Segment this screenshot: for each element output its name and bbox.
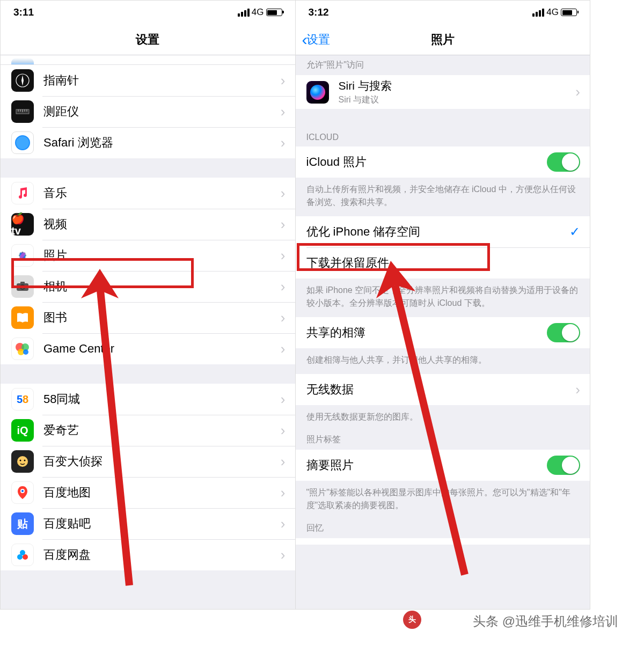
cell-label: 照片 — [43, 247, 281, 263]
page-title: 设置 — [136, 32, 159, 48]
cell-label: iCloud 照片 — [306, 154, 547, 170]
cell-photos[interactable]: 照片 › — [1, 240, 295, 271]
navbar: ‹设置 照片 — [296, 24, 590, 55]
navbar: 设置 — [1, 24, 295, 55]
58-icon: 58 — [11, 388, 34, 410]
chevron-right-icon: › — [281, 341, 286, 357]
cell-label: 下载并保留原件 — [306, 255, 581, 271]
chevron-right-icon: › — [281, 310, 286, 326]
status-time: 3:12 — [309, 6, 329, 18]
cell-label: 百度贴吧 — [43, 516, 281, 532]
chevron-right-icon: › — [281, 216, 286, 233]
toggle-switch[interactable] — [547, 152, 580, 172]
status-time: 3:11 — [13, 6, 34, 18]
cell-58[interactable]: 58 58同城 › — [1, 384, 295, 415]
cell-label: 测距仪 — [43, 104, 281, 120]
cell-wireless-data[interactable]: 无线数据 › — [296, 374, 590, 405]
cell-label: Game Center — [43, 342, 281, 356]
chevron-right-icon: › — [281, 516, 286, 532]
section-footer: 创建相簿与他人共享，并订阅他人共享的相簿。 — [296, 348, 590, 374]
svg-point-24 — [23, 349, 28, 355]
cell-siri[interactable]: Siri 与搜索 Siri 与建议 › — [296, 75, 590, 109]
signal-icon — [532, 9, 544, 17]
signal-icon — [238, 9, 250, 17]
photos-icon — [11, 244, 34, 267]
chevron-right-icon: › — [281, 422, 286, 439]
cell-music[interactable]: 音乐 › — [1, 178, 295, 209]
cell-label: 爱奇艺 — [43, 422, 281, 438]
wangpan-icon — [11, 544, 34, 566]
page-title: 照片 — [431, 32, 455, 48]
battery-icon — [266, 9, 282, 16]
svg-point-20 — [21, 285, 24, 289]
cell-books[interactable]: 图书 › — [1, 302, 295, 333]
chevron-right-icon: › — [281, 104, 286, 120]
svg-point-29 — [21, 490, 24, 492]
baidumap-icon — [11, 481, 34, 504]
safari-icon — [11, 131, 34, 154]
cell-label: 摘要照片 — [306, 457, 547, 473]
svg-point-27 — [24, 460, 26, 461]
cell-measure[interactable]: 测距仪 › — [1, 96, 295, 127]
cell-compass[interactable]: 指南针 › — [1, 65, 295, 96]
tieba-icon: 贴 — [11, 512, 34, 535]
chevron-right-icon: › — [281, 185, 286, 202]
cell-label: 58同城 — [43, 391, 281, 407]
cell-safari[interactable]: Safari 浏览器 › — [1, 127, 295, 158]
svg-rect-18 — [20, 282, 25, 284]
svg-point-32 — [20, 550, 25, 555]
toggle-switch[interactable] — [547, 323, 580, 342]
back-button[interactable]: ‹设置 — [302, 32, 330, 48]
cell-shared-albums[interactable]: 共享的相簿 — [296, 317, 590, 348]
network-label: 4G — [546, 7, 559, 18]
chevron-right-icon: › — [281, 485, 286, 501]
chevron-right-icon: › — [281, 247, 286, 264]
cell-label: 图书 — [43, 310, 281, 326]
cell-icloud-photos[interactable]: iCloud 照片 — [296, 146, 590, 178]
cell-camera[interactable]: 相机 › — [1, 271, 295, 302]
cell-optimize-storage[interactable]: 优化 iPhone 储存空间 ✓ — [296, 216, 590, 247]
cell-label: 百度网盘 — [43, 547, 281, 563]
cell-wangpan[interactable]: 百度网盘 › — [1, 539, 295, 570]
cell-label: 共享的相簿 — [306, 325, 547, 341]
section-footer: 如果 iPhone 空间不足，全分辨率照片和视频将自动替换为适用于设备的较小版本… — [296, 278, 590, 317]
section-header: 照片标签 — [296, 431, 590, 450]
music-icon — [11, 182, 34, 204]
chevron-right-icon: › — [281, 135, 286, 151]
chevron-right-icon: › — [281, 547, 286, 563]
bbd-icon — [11, 450, 34, 473]
cell-label: Safari 浏览器 — [43, 135, 281, 151]
chevron-right-icon: › — [281, 278, 286, 295]
cell-tv[interactable]: 🍎tv 视频 › — [1, 209, 295, 240]
section-header: 回忆 — [296, 519, 590, 538]
photos-settings-screen: 3:12 4G ‹设置 照片 允许"照片"访问 Siri 与搜索 Siri 与建… — [295, 1, 590, 609]
cell-baidumap[interactable]: 百度地图 › — [1, 477, 295, 508]
cell-tieba[interactable]: 贴 百度贴吧 › — [1, 508, 295, 539]
cell-label: 音乐 — [43, 185, 281, 201]
svg-point-8 — [16, 136, 29, 149]
cell-iqiyi[interactable]: iQ 爱奇艺 › — [1, 415, 295, 446]
cell-label: 无线数据 — [306, 382, 576, 398]
cell-sublabel: Siri 与建议 — [339, 94, 576, 106]
cell-summary-photos[interactable]: 摘要照片 — [296, 450, 590, 481]
cell-label: 视频 — [43, 216, 281, 232]
status-bar: 3:12 4G — [296, 1, 590, 24]
cell-label: 相机 — [43, 278, 281, 295]
section-header: 允许"照片"访问 — [296, 55, 590, 75]
partial-row — [1, 55, 295, 65]
section-footer: 使用无线数据更新您的图库。 — [296, 405, 590, 431]
books-icon — [11, 306, 34, 329]
section-header: ICLOUD — [296, 109, 590, 146]
cell-label: 百度地图 — [43, 485, 281, 501]
cell-gamecenter[interactable]: Game Center › — [1, 333, 295, 364]
toggle-switch[interactable] — [547, 456, 580, 475]
compass-icon — [11, 69, 34, 92]
watermark-logo: 头 — [403, 611, 421, 629]
cell-bbd[interactable]: 百变大侦探 › — [1, 446, 295, 477]
cell-download-originals[interactable]: 下载并保留原件 — [296, 247, 590, 278]
checkmark-icon: ✓ — [569, 224, 580, 239]
network-label: 4G — [252, 7, 264, 18]
section-footer: "照片"标签能以各种视图显示图库中的每张照片。您可以为"精选"和"年度"选取紧凑… — [296, 481, 590, 519]
cell-label: Siri 与搜索 — [339, 78, 576, 93]
status-bar: 3:11 4G — [1, 1, 295, 24]
